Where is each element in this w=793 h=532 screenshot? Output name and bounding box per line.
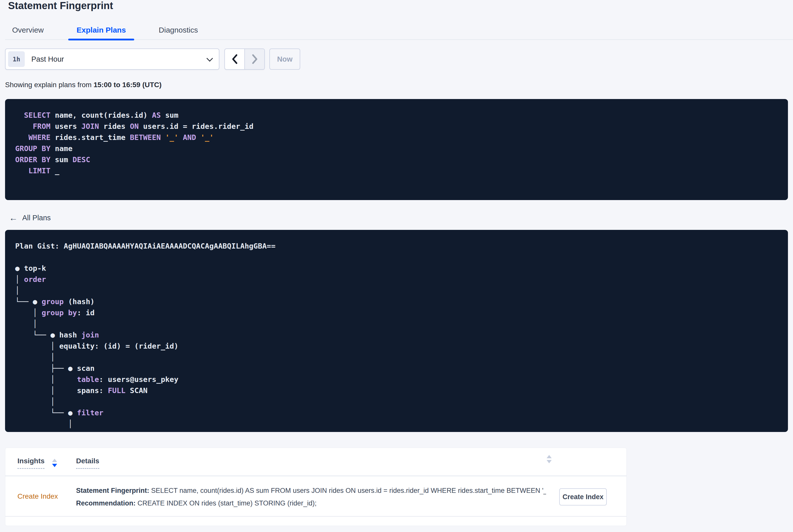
plan-gist-value: AgHUAQIABQAAAAHYAQIAiAEAAAADCQACAgAABQIL… — [64, 242, 276, 250]
back-link-label: All Plans — [22, 214, 51, 222]
showing-range-prefix: Showing explain plans from — [5, 81, 94, 89]
chevron-down-icon — [206, 55, 213, 61]
now-button[interactable]: Now — [269, 49, 300, 70]
statement-fingerprint-line: Statement Fingerprint: SELECT name, coun… — [76, 484, 546, 497]
back-arrow-icon: ← — [9, 213, 18, 222]
plan-gist-box: Plan Gist: AgHUAQIABQAAAAHYAQIAiAEAAAADC… — [5, 230, 788, 432]
details-column-label[interactable]: Details — [76, 457, 99, 469]
next-range-button[interactable] — [244, 49, 264, 69]
column-header-insights: Insights — [17, 457, 57, 469]
plan-tree: ● top-k│ order│└── ● group (hash) │ grou… — [15, 263, 778, 430]
sort-up-triangle — [547, 455, 552, 458]
sort-down-triangle — [547, 460, 552, 463]
page-title: Statement Fingerprint — [8, 0, 113, 12]
sort-up-triangle — [52, 459, 57, 462]
recommendation-text: CREATE INDEX ON rides (start_time) STORI… — [136, 499, 317, 507]
all-plans-back-link[interactable]: ← All Plans — [9, 213, 51, 222]
recommendation-line: Recommendation: CREATE INDEX ON rides (s… — [76, 497, 546, 510]
sql-statement-box: SELECT name, count(rides.id) AS sum FROM… — [5, 99, 788, 200]
column-header-details: Details — [76, 457, 99, 469]
time-range-select[interactable]: 1h Past Hour — [5, 49, 219, 70]
create-index-button[interactable]: Create Index — [559, 488, 607, 506]
time-range-badge: 1h — [8, 51, 25, 67]
showing-range-text: Showing explain plans from 15:00 to 16:5… — [5, 81, 162, 89]
table-row: Create Index Statement Fingerprint: SELE… — [5, 476, 626, 517]
sort-icon-details[interactable] — [547, 455, 552, 463]
chevron-left-icon — [230, 53, 239, 65]
tab-diagnostics[interactable]: Diagnostics — [159, 21, 198, 39]
plan-gist-label: Plan Gist: — [15, 242, 64, 250]
time-range-label: Past Hour — [31, 55, 64, 63]
insight-create-index-link[interactable]: Create Index — [17, 492, 58, 500]
time-step-buttons — [224, 49, 265, 70]
sort-icon-insights[interactable] — [52, 459, 57, 467]
tab-explain-plans[interactable]: Explain Plans — [77, 21, 126, 39]
statement-fingerprint-label: Statement Fingerprint: — [76, 487, 149, 494]
insights-table-header: Insights Details — [5, 448, 626, 476]
showing-range-value: 15:00 to 16:59 (UTC) — [94, 81, 162, 89]
tab-bar: Overview Explain Plans Diagnostics — [5, 21, 793, 40]
plan-gist-line: Plan Gist: AgHUAQIABQAAAAHYAQIAiAEAAAADC… — [15, 241, 778, 252]
chevron-right-icon — [250, 53, 259, 65]
insight-details-cell: Statement Fingerprint: SELECT name, coun… — [76, 484, 546, 510]
recommendation-label: Recommendation: — [76, 499, 136, 507]
insights-table-card: Insights Details Create Index Statement … — [5, 448, 627, 526]
previous-range-button[interactable] — [225, 49, 244, 69]
statement-fingerprint-text: SELECT name, count(rides.id) AS sum FROM… — [149, 487, 546, 494]
insights-column-label[interactable]: Insights — [17, 457, 44, 469]
sort-down-triangle — [52, 464, 57, 467]
tab-overview[interactable]: Overview — [12, 21, 44, 39]
